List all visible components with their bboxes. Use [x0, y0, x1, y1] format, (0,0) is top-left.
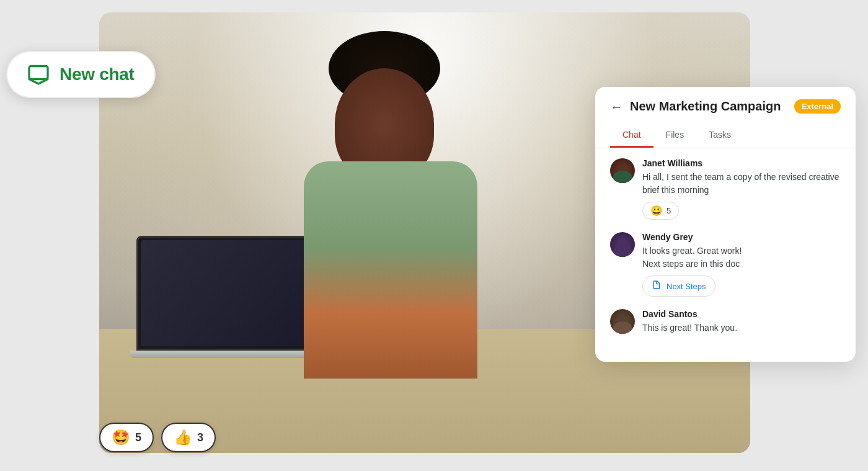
doc-icon	[652, 280, 662, 292]
tab-chat[interactable]: Chat	[610, 123, 653, 148]
tab-tasks[interactable]: Tasks	[696, 123, 743, 148]
reaction-count-2: 3	[197, 431, 203, 444]
reaction-badges: 🤩 5 👍 3	[99, 423, 216, 452]
reaction-badge-2[interactable]: 👍 3	[161, 423, 216, 452]
chat-title-row: ← New Marketing Campaign External	[610, 99, 841, 114]
tab-files[interactable]: Files	[653, 123, 697, 148]
message-content-2: Wendy Grey It looks great. Great work!Ne…	[642, 232, 841, 297]
sender-name-1: Janet Williams	[642, 158, 841, 168]
chat-panel-header: ← New Marketing Campaign External Chat F…	[595, 87, 856, 148]
chat-tabs: Chat Files Tasks	[610, 123, 841, 148]
doc-chip-next-steps[interactable]: Next Steps	[642, 276, 715, 297]
message-item-2: Wendy Grey It looks great. Great work!Ne…	[610, 232, 841, 297]
back-button[interactable]: ←	[610, 101, 622, 113]
message-text-1: Hi all, I sent the team a copy of the re…	[642, 171, 841, 197]
avatar-janet	[610, 158, 635, 183]
person-figure	[273, 68, 508, 379]
svg-rect-0	[29, 66, 48, 79]
reaction-emoji-2: 👍	[174, 429, 192, 446]
reaction-badge-1[interactable]: 🤩 5	[99, 423, 154, 452]
message-reaction-1[interactable]: 😀 5	[642, 202, 679, 220]
reaction-count-msg1: 5	[666, 206, 671, 215]
message-content-1: Janet Williams Hi all, I sent the team a…	[642, 158, 841, 220]
sender-name-2: Wendy Grey	[642, 232, 841, 242]
reaction-count-1: 5	[135, 431, 141, 444]
chat-panel: ← New Marketing Campaign External Chat F…	[595, 87, 856, 362]
reaction-emoji-1: 🤩	[112, 429, 130, 446]
message-item-1: Janet Williams Hi all, I sent the team a…	[610, 158, 841, 220]
avatar-wendy	[610, 232, 635, 257]
scene: New chat 🤩 5 👍 3 ← New Marketing Campaig…	[0, 0, 868, 471]
doc-chip-label: Next Steps	[666, 282, 706, 291]
message-item-3: David Santos This is great! Thank you.	[610, 309, 841, 334]
new-chat-label: New chat	[60, 65, 135, 84]
chat-bubble-icon	[27, 63, 50, 86]
message-content-3: David Santos This is great! Thank you.	[642, 309, 841, 334]
chat-panel-title: New Marketing Campaign	[630, 99, 787, 114]
avatar-david	[610, 309, 635, 334]
reaction-emoji-msg1: 😀	[650, 205, 663, 217]
new-chat-bubble[interactable]: New chat	[6, 51, 156, 98]
chat-messages: Janet Williams Hi all, I sent the team a…	[595, 148, 856, 334]
message-text-2: It looks great. Great work!Next steps ar…	[642, 244, 841, 271]
message-text-3: This is great! Thank you.	[642, 321, 841, 334]
external-badge: External	[794, 99, 841, 114]
sender-name-3: David Santos	[642, 309, 841, 319]
